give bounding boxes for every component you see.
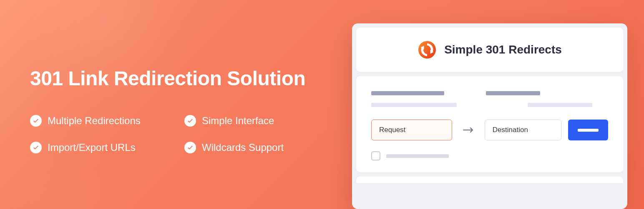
arrow-right-icon: [459, 127, 478, 133]
skeleton-bar: [486, 91, 540, 95]
features-grid: Multiple Redirections Simple Interface I…: [30, 115, 352, 153]
destination-label: Destination: [493, 126, 528, 134]
skeleton-sub-row: [371, 103, 608, 107]
submit-button[interactable]: [568, 120, 608, 140]
check-icon: [30, 142, 42, 153]
button-placeholder-line: [578, 129, 599, 132]
feature-item: Multiple Redirections: [30, 115, 176, 127]
redirect-input-row: Request Destination: [371, 120, 608, 140]
feature-text: Import/Export URLs: [48, 142, 136, 153]
app-header: Simple 301 Redirects: [356, 28, 623, 72]
checkbox-label-skeleton: [386, 154, 449, 158]
destination-input[interactable]: Destination: [485, 120, 561, 140]
headline: 301 Link Redirection Solution: [30, 67, 352, 90]
skeleton-bar: [528, 103, 592, 107]
feature-item: Import/Export URLs: [30, 142, 176, 153]
request-label: Request: [379, 126, 405, 134]
app-panel: Simple 301 Redirects Request: [352, 23, 627, 209]
redirect-logo-icon: [418, 40, 437, 59]
app-body: Request Destination: [356, 76, 623, 172]
check-icon: [184, 115, 196, 127]
marketing-section: 301 Link Redirection Solution Multiple R…: [0, 0, 352, 209]
feature-text: Wildcards Support: [202, 142, 284, 153]
feature-text: Multiple Redirections: [48, 115, 141, 127]
request-input[interactable]: Request: [371, 120, 452, 140]
wildcard-checkbox[interactable]: [371, 151, 380, 161]
skeleton-bar: [371, 103, 457, 107]
page-container: 301 Link Redirection Solution Multiple R…: [0, 0, 644, 209]
checkbox-row: [371, 151, 608, 161]
app-footer-strip: [356, 176, 623, 183]
skeleton-header-row: [371, 91, 608, 95]
feature-text: Simple Interface: [202, 115, 274, 127]
app-preview-section: Simple 301 Redirects Request: [352, 0, 644, 209]
feature-item: Wildcards Support: [184, 142, 309, 153]
app-title: Simple 301 Redirects: [444, 43, 562, 56]
check-icon: [30, 115, 42, 127]
skeleton-bar: [371, 91, 444, 95]
check-icon: [184, 142, 196, 153]
feature-item: Simple Interface: [184, 115, 309, 127]
